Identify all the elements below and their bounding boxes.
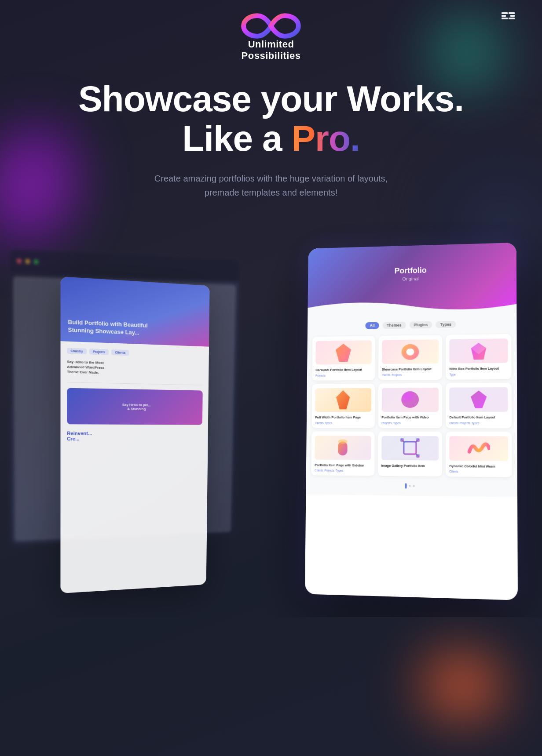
scroll-dots	[311, 483, 512, 490]
hero-title-line1: Showcase your Works.	[35, 79, 507, 119]
mid-filter-country[interactable]: Country	[67, 348, 87, 355]
card-tags-4: Clients Types	[315, 422, 371, 425]
mid-filter-clients[interactable]: Clients	[112, 349, 129, 356]
tag-clients-4: Clients	[315, 422, 323, 425]
tag-types-5: Types	[393, 422, 400, 425]
shape-sphere-5	[400, 390, 420, 410]
svg-rect-20	[400, 438, 404, 442]
scroll-dot-1	[409, 485, 411, 487]
screens-area: Build Portfolio with BeautifulStunning S…	[0, 222, 542, 617]
portfolio-subtitle: Original	[402, 276, 418, 282]
tag-projects-1: Projects	[315, 374, 326, 377]
shape-diamond-1	[335, 343, 352, 363]
card-title-5: Portfolio Item Page with Video	[381, 415, 439, 420]
portfolio-card-9: Dynamic Colorful Mini Worm Clients	[446, 432, 512, 477]
filter-plugins[interactable]: Plugins	[409, 321, 432, 329]
shape-donut-2	[401, 343, 420, 361]
mid-description: Say Hello to the MostAdvanced WordPressT…	[67, 360, 203, 378]
tag-projects-7: Projects	[324, 469, 334, 472]
portfolio-card-2: Showcase Portfolio Item Layout Clients P…	[378, 335, 443, 380]
hero-pro: Pro.	[291, 118, 359, 158]
card-tags-3: Type	[450, 373, 508, 376]
svg-rect-16	[404, 442, 416, 454]
portfolio-card-3: Nitro Box Portfolio Item Layout Type	[446, 334, 512, 380]
portfolio-card-5: Portfolio Item Page with Video Projects …	[378, 383, 442, 428]
card-title-9: Dynamic Colorful Mini Worm	[450, 464, 509, 469]
shape-diamond2-4	[334, 389, 352, 410]
card-title-3: Nitro Box Portfolio Item Layout	[450, 367, 508, 371]
svg-marker-13	[470, 391, 487, 408]
svg-marker-11	[336, 390, 350, 409]
card-tags-5: Projects Types	[381, 422, 439, 425]
portfolio-grid: Carousel Portfolio Item Layout Projects	[311, 334, 512, 477]
tag-clients-9: Clients	[450, 470, 458, 473]
hero-title-line2: Like a Pro.	[35, 119, 507, 158]
scroll-dot-active	[405, 483, 407, 489]
portfolio-screen: Portfolio Original All Themes Plugins Ty…	[305, 243, 518, 600]
mid-filter-projects[interactable]: Projects	[89, 349, 109, 355]
portfolio-header: Portfolio Original	[308, 243, 516, 316]
tag-projects-2: Projects	[392, 374, 402, 377]
filter-themes[interactable]: Themes	[382, 322, 406, 329]
tag-clients-6: Clients	[450, 422, 458, 425]
portfolio-card-7: Portfolio Item Page with Sidebar Clients…	[311, 431, 374, 476]
card-title-1: Carousel Portfolio Item Layout	[315, 368, 371, 373]
tag-projects-6: Projects	[460, 422, 470, 425]
shape-cube-8	[400, 438, 420, 458]
logo-title: Unlimited Possibilities	[227, 39, 315, 62]
screen-middle: Build Portfolio with BeautifulStunning S…	[60, 276, 209, 593]
shape-gem2-6	[469, 390, 487, 409]
header: Unlimited Possibilities	[0, 0, 542, 62]
card-tags-6: Clients Projects Types	[450, 422, 508, 425]
portfolio-card-1: Carousel Portfolio Item Layout Projects	[312, 336, 375, 381]
portfolio-card-8: Image Gallery Portfolio Item	[378, 432, 443, 477]
portfolio-filter: All Themes Plugins Types	[313, 320, 512, 330]
card-title-2: Showcase Portfolio Item Layout	[382, 367, 439, 372]
card-title-8: Image Gallery Portfolio Item	[381, 464, 439, 469]
card-tags-1: Projects	[315, 374, 371, 377]
tag-projects-5: Projects	[381, 422, 392, 425]
mid-filter-row: Country Projects Clients	[67, 348, 203, 359]
mid-blue-bar: Say Hello to pix...& Stunning	[67, 388, 203, 425]
shape-cylinder-7	[334, 437, 351, 458]
card-tags-8	[381, 469, 439, 470]
tag-types-6: Types	[472, 422, 480, 425]
hero-like-a: Like a	[182, 118, 291, 158]
svg-point-12	[401, 392, 419, 408]
logo-area: Unlimited Possibilities	[227, 9, 315, 62]
card-title-6: Default Portfolio Item Layout	[450, 415, 508, 420]
tag-type-3: Type	[450, 373, 456, 376]
tag-types-4: Types	[325, 422, 332, 425]
dot-green	[34, 260, 39, 265]
decoration-blob-orange	[419, 651, 507, 721]
mid-screen-body: Country Projects Clients Say Hello to th…	[60, 341, 209, 447]
portfolio-title: Portfolio	[395, 266, 427, 276]
mid-blue-bar-text: Say Hello to pix...& Stunning	[122, 403, 151, 411]
svg-rect-21	[416, 438, 420, 442]
card-tags-7: Clients Projects Types	[315, 469, 371, 472]
filter-all[interactable]: All	[366, 322, 379, 329]
tag-types-7: Types	[336, 469, 343, 472]
hero-description: Create amazing portfolios with the huge …	[143, 171, 399, 200]
scroll-dot-2	[413, 485, 415, 487]
mid-section: Say Hello to pix...& Stunning	[67, 382, 203, 425]
mid-screen-header: Build Portfolio with BeautifulStunning S…	[61, 276, 210, 347]
mid-header-title: Build Portfolio with BeautifulStunning S…	[68, 319, 202, 340]
filter-types[interactable]: Types	[436, 321, 456, 328]
portfolio-card-6: Default Portfolio Item Layout Clients Pr…	[446, 383, 512, 428]
svg-rect-14	[338, 442, 348, 456]
portfolio-body: All Themes Plugins Types Carousel Portfo…	[306, 313, 517, 498]
dot-yellow	[25, 259, 30, 264]
portfolio-card-4: Full Width Portfolio Item Page Clients T…	[311, 384, 374, 428]
card-tags-9: Clients	[450, 470, 509, 474]
card-tags-2: Clients Projects	[382, 373, 439, 377]
shape-worm-9	[467, 441, 490, 456]
shape-gem-3	[470, 342, 487, 361]
dot-red	[17, 259, 22, 264]
card-title-7: Portfolio Item Page with Sidebar	[315, 463, 371, 468]
svg-marker-6	[336, 344, 351, 362]
infinity-icon	[231, 9, 311, 43]
hero-section: Showcase your Works. Like a Pro. Create …	[0, 62, 542, 208]
mid-reinvent: Reinvent...Cre...	[67, 431, 202, 442]
tag-clients-2: Clients	[382, 374, 391, 377]
